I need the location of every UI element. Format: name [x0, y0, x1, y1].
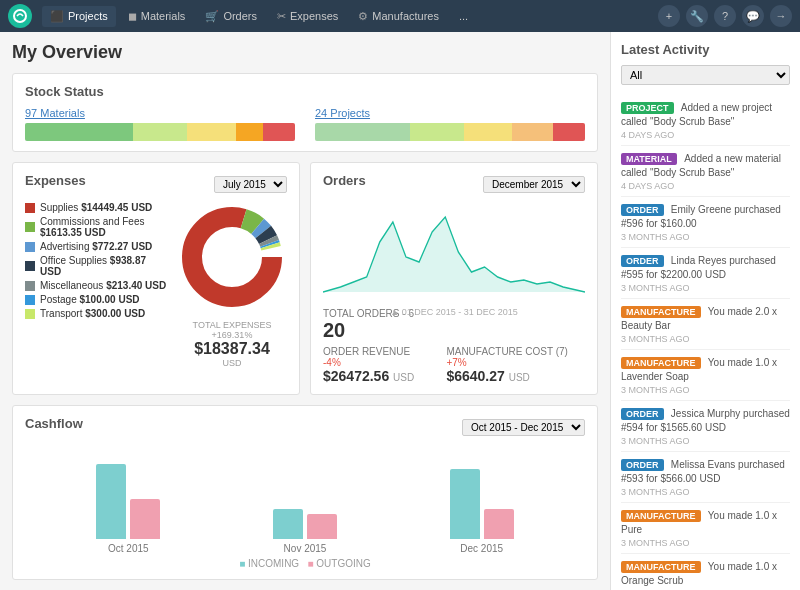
activity-time: 4 DAYS AGO — [621, 130, 790, 140]
dec-bars — [450, 449, 514, 539]
activity-time: 3 MONTHS AGO — [621, 487, 790, 497]
manufacture-stat: MANUFACTURE COST (7) +7% $6640.27 USD — [446, 346, 585, 384]
activity-badge: MANUFACTURE — [621, 510, 701, 522]
cashflow-period-select[interactable]: Oct 2015 - Dec 2015 — [462, 419, 585, 436]
orders-period-select[interactable]: December 2015 — [483, 176, 585, 193]
expenses-period-select[interactable]: July 2015 — [214, 176, 287, 193]
donut-total: TOTAL EXPENSES +169.31% $18387.34 USD — [177, 320, 287, 368]
chart-date-range: ▲ 01 DEC 2015 - 31 DEC 2015 — [323, 307, 585, 317]
total-amount: $18387.34 — [177, 340, 287, 358]
page-title: My Overview — [12, 42, 598, 63]
legend-supplies: Supplies $14449.45 USD — [25, 202, 167, 213]
activity-filter-select[interactable]: All — [621, 65, 790, 85]
supplies-label: Supplies $14449.45 USD — [40, 202, 152, 213]
logout-icon[interactable]: → — [770, 5, 792, 27]
orders-line-chart — [323, 202, 585, 302]
oct-label: Oct 2015 — [108, 543, 149, 554]
cashflow-nov: Nov 2015 — [222, 449, 389, 554]
help-icon[interactable]: ? — [714, 5, 736, 27]
activity-badge: MANUFACTURE — [621, 561, 701, 573]
legend-office: Office Supplies $938.87 USD — [25, 255, 167, 277]
activity-badge: ORDER — [621, 255, 664, 267]
total-label: TOTAL EXPENSES +169.31% — [177, 320, 287, 340]
chat-icon[interactable]: 💬 — [742, 5, 764, 27]
nav-manufactures[interactable]: ⚙ Manufactures — [350, 6, 447, 27]
postage-label: Postage $100.00 USD — [40, 294, 140, 305]
orders-header: Orders December 2015 — [323, 173, 585, 196]
revenue-label: ORDER REVENUE -4% — [323, 346, 426, 368]
activity-badge: MANUFACTURE — [621, 306, 701, 318]
legend-commissions: Commissions and Fees $1613.35 USD — [25, 216, 167, 238]
legend-postage: Postage $100.00 USD — [25, 294, 167, 305]
activity-item: ORDER Linda Reyes purchased #595 for $22… — [621, 248, 790, 299]
expenses-donut-wrap: Supplies $14449.45 USD Commissions and F… — [25, 202, 287, 368]
oct-incoming-bar — [96, 464, 126, 539]
office-dot — [25, 261, 35, 271]
advertising-label: Advertising $772.27 USD — [40, 241, 152, 252]
activity-item: ORDER Emily Greene purchased #596 for $1… — [621, 197, 790, 248]
orders-chart: ▲ 01 DEC 2015 - 31 DEC 2015 — [323, 202, 585, 302]
activity-item: ORDER Melissa Evans purchased #593 for $… — [621, 452, 790, 503]
activity-item: ORDER Jessica Murphy purchased #594 for … — [621, 401, 790, 452]
cashflow-oct: Oct 2015 — [45, 449, 212, 554]
office-label: Office Supplies $938.87 USD — [40, 255, 167, 277]
activity-filter: All — [621, 65, 790, 85]
supplies-dot — [25, 203, 35, 213]
cashflow-title: Cashflow — [25, 416, 83, 431]
expenses-title: Expenses — [25, 173, 86, 188]
activity-time: 4 DAYS AGO — [621, 181, 790, 191]
legend-misc: Miscellaneous $213.40 USD — [25, 280, 167, 291]
misc-dot — [25, 281, 35, 291]
expenses-header: Expenses July 2015 — [25, 173, 287, 196]
total-currency: USD — [177, 358, 287, 368]
legend-transport: Transport $300.00 USD — [25, 308, 167, 319]
activity-badge: PROJECT — [621, 102, 674, 114]
activity-time: 3 MONTHS AGO — [621, 538, 790, 548]
svg-point-0 — [14, 10, 26, 22]
mat-seg-4 — [236, 123, 263, 141]
nav-expenses[interactable]: ✂ Expenses — [269, 6, 346, 27]
proj-seg-2 — [410, 123, 464, 141]
nav-orders[interactable]: 🛒 Orders — [197, 6, 265, 27]
manufacture-value: $6640.27 USD — [446, 368, 585, 384]
materials-label[interactable]: 97 Materials — [25, 107, 295, 119]
proj-seg-4 — [512, 123, 553, 141]
activity-item: MANUFACTURE You made 1.0 x Pure 3 MONTHS… — [621, 503, 790, 554]
activity-time: 3 MONTHS AGO — [621, 334, 790, 344]
postage-dot — [25, 295, 35, 305]
proj-seg-5 — [553, 123, 585, 141]
plus-icon[interactable]: + — [658, 5, 680, 27]
activity-time: 3 MONTHS AGO — [621, 283, 790, 293]
transport-dot — [25, 309, 35, 319]
projects-bar — [315, 123, 585, 141]
commissions-label: Commissions and Fees $1613.35 USD — [40, 216, 167, 238]
donut-svg — [177, 202, 287, 312]
stock-projects: 24 Projects — [315, 107, 585, 141]
app-logo[interactable] — [8, 4, 32, 28]
tools-icon[interactable]: 🔧 — [686, 5, 708, 27]
activity-sidebar: Latest Activity All PROJECT Added a new … — [610, 32, 800, 590]
orders-title: Orders — [323, 173, 366, 188]
legend-advertising: Advertising $772.27 USD — [25, 241, 167, 252]
expenses-orders-row: Expenses July 2015 Supplies $14449.45 US… — [12, 162, 598, 395]
nav-projects[interactable]: ⬛ Projects — [42, 6, 116, 27]
dec-outgoing-bar — [484, 509, 514, 539]
activity-item: MATERIAL Added a new material called "Bo… — [621, 146, 790, 197]
activity-time: 3 MONTHS AGO — [621, 232, 790, 242]
cashflow-bars: Oct 2015 Nov 2015 Dec 2015 — [25, 449, 585, 554]
nav-more[interactable]: ... — [451, 6, 476, 26]
advertising-dot — [25, 242, 35, 252]
transport-label: Transport $300.00 USD — [40, 308, 145, 319]
activity-badge: ORDER — [621, 459, 664, 471]
stock-status-card: Stock Status 97 Materials 24 Projects — [12, 73, 598, 152]
projects-label[interactable]: 24 Projects — [315, 107, 585, 119]
manufacture-label: MANUFACTURE COST (7) +7% — [446, 346, 585, 368]
orders-stats: TOTAL ORDERS - 6 20 ORDER REVENUE -4% $2… — [323, 308, 585, 384]
cashflow-dec: Dec 2015 — [398, 449, 565, 554]
page-body: My Overview Stock Status 97 Materials 24… — [0, 32, 800, 590]
nav-materials[interactable]: ◼ Materials — [120, 6, 194, 27]
misc-label: Miscellaneous $213.40 USD — [40, 280, 166, 291]
svg-point-8 — [207, 232, 257, 282]
mat-seg-3 — [187, 123, 236, 141]
proj-seg-1 — [315, 123, 410, 141]
